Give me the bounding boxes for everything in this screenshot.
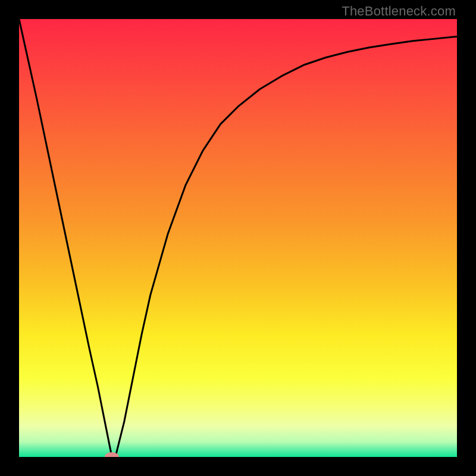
plot-area	[19, 19, 457, 457]
bottleneck-curve	[19, 19, 457, 457]
curve-layer	[19, 19, 457, 457]
watermark-text: TheBottleneck.com	[342, 4, 456, 19]
chart-frame: TheBottleneck.com	[0, 0, 476, 476]
